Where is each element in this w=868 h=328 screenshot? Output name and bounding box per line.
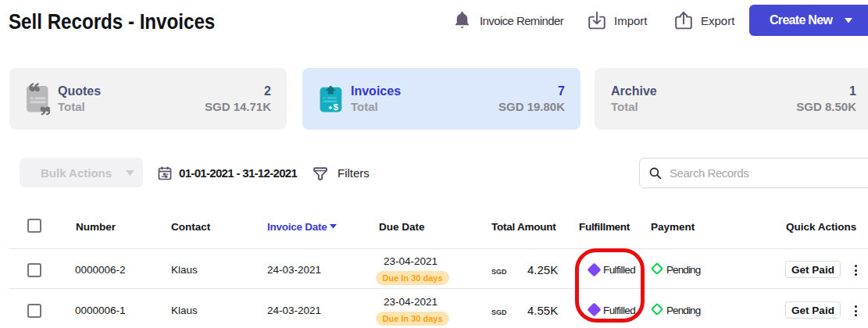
svg-text:$: $	[334, 102, 339, 112]
